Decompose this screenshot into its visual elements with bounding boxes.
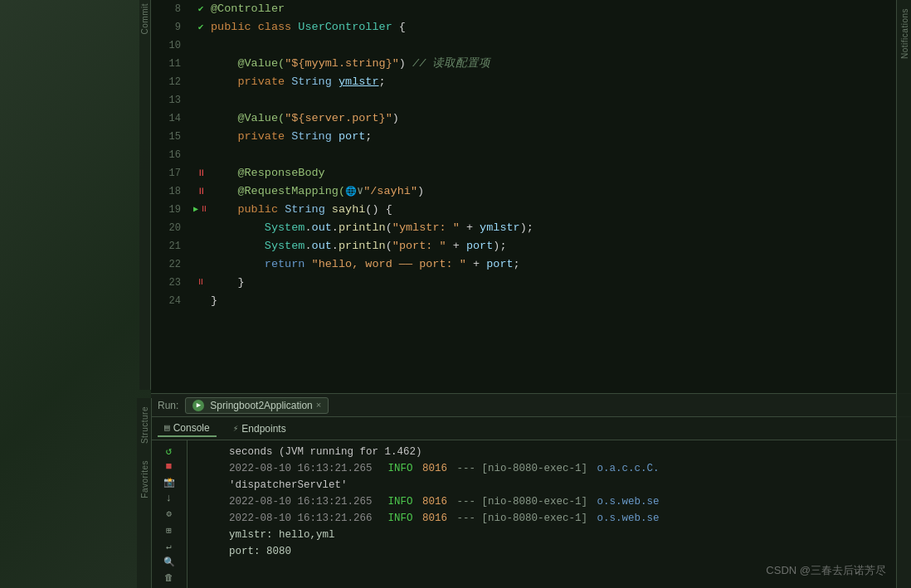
log-class-5: o.s.web.se (597, 510, 660, 527)
watermark: CSDN @三春去后诺芳尽 (766, 563, 886, 578)
code-section: 8 ✔ @Controller 9 ✔ public class UserCon… (151, 0, 911, 393)
wrap-btn[interactable]: ↵ (160, 539, 178, 553)
log-time-5: 2022-08-10 16:13:21.266 (229, 510, 385, 527)
endpoints-tab-label: Endpoints (241, 423, 285, 435)
commit-panel: Commit (139, 0, 151, 390)
code-line-18: 18 ⏸ @RequestMapping(🌐∨"/sayhi") (151, 182, 911, 201)
left-bottom-panels: Structure Favorites (137, 398, 152, 588)
console-text-6: ymlstr: hello,yml (229, 527, 335, 543)
code-line-22: 22 return "hello, word —— port: " + port… (151, 255, 911, 274)
code-line-9: 9 ✔ public class UserController { (151, 18, 911, 36)
editor-area: 8 ✔ @Controller 9 ✔ public class UserCon… (151, 0, 911, 588)
code-line-23: 23 ⏸ } (151, 274, 911, 292)
console-icon: ▤ (164, 422, 170, 433)
run-header: Run: ▶ Springboot2Application × (151, 394, 911, 417)
console-line-7: port: 8080 (229, 543, 904, 560)
commit-label: Commit (140, 3, 149, 34)
code-line-20: 20 System.out.println("ymlstr: " + ymlst… (151, 219, 911, 237)
log-time-2: 2022-08-10 16:13:21.265 (229, 460, 385, 477)
log-level-5: INFO (388, 510, 420, 527)
camera-button[interactable]: 📸 (160, 475, 178, 489)
breakpoint-18[interactable]: ⏸ (197, 182, 206, 201)
log-class-4: o.s.web.se (597, 493, 660, 510)
run-panel: Run: ▶ Springboot2Application × ▤ Consol… (151, 393, 911, 588)
code-line-16: 16 (151, 146, 911, 164)
console-text-7: port: 8080 (229, 543, 291, 560)
console-line-6: ymlstr: hello,yml (229, 527, 904, 543)
right-vertical-panels: Notifications (896, 0, 911, 588)
structure-label[interactable]: Structure (137, 398, 151, 452)
settings-btn[interactable]: ⚙ (160, 507, 178, 521)
breakpoint-23[interactable]: ⏸ (197, 274, 205, 292)
console-text-1: seconds (JVM running for 1.462) (229, 444, 422, 460)
stop-button[interactable]: ■ (160, 459, 178, 474)
console-tab[interactable]: ▤ Console (158, 420, 217, 437)
code-line-11: 11 @Value("${myyml.string}") // 读取配置项 (151, 55, 911, 73)
log-class-2: o.a.c.c.C. (597, 460, 660, 477)
console-toolbar: ▤ Console ⚡ Endpoints (151, 417, 911, 440)
clear-btn[interactable]: 🗑 (160, 571, 178, 585)
breakpoint-17[interactable]: ⏸ (197, 164, 206, 182)
code-line-17: 17 ⏸ @ResponseBody (151, 164, 911, 182)
code-line-21: 21 System.out.println("port: " + port); (151, 237, 911, 255)
log-pid-2: 8016 (422, 460, 447, 477)
debug-icon-19: ▶ (193, 201, 198, 219)
console-line-4: 2022-08-10 16:13:21.265 INFO 8016 --- [n… (229, 493, 904, 510)
run-tab-close[interactable]: × (316, 401, 322, 411)
restart-button[interactable]: ↺ (160, 444, 178, 458)
code-line-13: 13 (151, 91, 911, 109)
endpoints-icon: ⚡ (233, 423, 239, 434)
console-line-2: 2022-08-10 16:13:21.265 INFO 8016 --- [n… (229, 460, 904, 477)
console-line-3: 'dispatcherServlet' (229, 477, 904, 493)
log-level-2: INFO (388, 460, 420, 477)
filter-btn[interactable]: 🔍 (160, 555, 178, 569)
log-time-4: 2022-08-10 16:13:21.265 (229, 493, 385, 510)
log-thread-5: --- [nio-8080-exec-1] (451, 510, 594, 527)
code-line-15: 15 private String port; (151, 128, 911, 146)
split-btn[interactable]: ⊞ (160, 523, 178, 537)
run-label: Run: (158, 400, 178, 411)
code-line-8: 8 ✔ @Controller (151, 0, 911, 18)
breakpoint-19[interactable]: ⏸ (200, 201, 208, 219)
code-line-12: 12 private String ymlstr; (151, 73, 911, 91)
endpoints-tab[interactable]: ⚡ Endpoints (227, 421, 293, 436)
log-pid-5: 8016 (422, 510, 447, 527)
run-tab[interactable]: ▶ Springboot2Application × (185, 397, 329, 414)
console-toolbar-left: ↺ ■ 📸 ↓ ⚙ ⊞ ↵ 🔍 🗑 (151, 440, 188, 588)
log-level-4: INFO (388, 493, 420, 510)
gutter-icon-8: ✔ (198, 0, 204, 18)
code-line-19: 19 ▶⏸ public String sayhi() { (151, 201, 911, 219)
console-tab-label: Console (173, 422, 210, 434)
log-thread-2: --- [nio-8080-exec-1] (451, 460, 594, 477)
console-line-1: seconds (JVM running for 1.462) (229, 444, 904, 460)
run-app-icon: ▶ (192, 400, 204, 411)
log-thread-4: --- [nio-8080-exec-1] (451, 493, 594, 510)
log-pid-4: 8016 (422, 493, 447, 510)
code-line-10: 10 (151, 36, 911, 55)
gutter-icon-9: ✔ (198, 18, 204, 36)
code-line-24: 24 } (151, 292, 911, 310)
code-line-14: 14 @Value("${server.port}") (151, 109, 911, 128)
scroll-down-button[interactable]: ↓ (160, 491, 178, 505)
favorites-label[interactable]: Favorites (137, 452, 151, 507)
console-line-5: 2022-08-10 16:13:21.266 INFO 8016 --- [n… (229, 510, 904, 527)
run-tab-label: Springboot2Application (210, 400, 312, 411)
console-text-3: 'dispatcherServlet' (229, 477, 348, 493)
right-panel-label-1[interactable]: Notifications (897, 0, 911, 67)
